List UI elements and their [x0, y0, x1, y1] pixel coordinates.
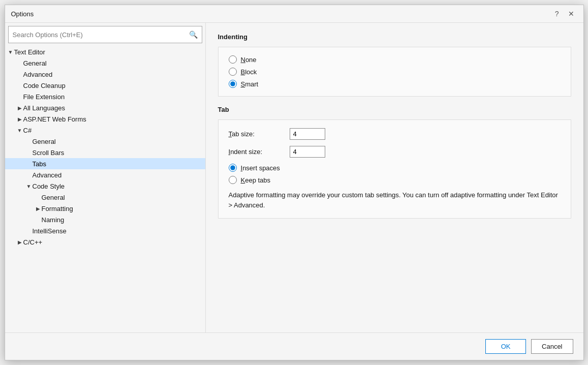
tree-label-cpp: C/C++: [23, 238, 203, 246]
tree-item-tabs[interactable]: Tabs: [5, 158, 205, 169]
tree-item-csharp[interactable]: ▼C#: [5, 125, 205, 136]
left-panel: 🔍 ▼Text EditorGeneralAdvancedCode Cleanu…: [5, 23, 206, 332]
tree-label-aspnet-web-forms: ASP.NET Web Forms: [23, 115, 203, 123]
tree-item-formatting[interactable]: ▶Formatting: [5, 203, 205, 214]
search-box-wrap: 🔍: [8, 26, 202, 43]
tree-item-scroll-bars[interactable]: Scroll Bars: [5, 147, 205, 158]
indenting-block-row: Block: [229, 68, 561, 76]
tree-item-advanced-csharp[interactable]: Advanced: [5, 169, 205, 180]
tab-section: Tab size: Indent size: Insert spaces Kee…: [218, 119, 571, 219]
tree-arrow-code-style: ▼: [25, 184, 33, 189]
insert-spaces-radio[interactable]: [229, 164, 237, 172]
ok-button[interactable]: OK: [485, 339, 526, 354]
indenting-block-radio[interactable]: [229, 68, 237, 76]
keep-tabs-radio[interactable]: [229, 176, 237, 184]
indent-size-input[interactable]: [290, 146, 325, 158]
tree-label-csharp: C#: [23, 127, 203, 134]
tab-size-row: Tab size:: [229, 128, 561, 140]
help-button[interactable]: ?: [552, 9, 562, 18]
tab-size-input[interactable]: [290, 128, 325, 140]
insert-spaces-label[interactable]: Insert spaces: [241, 164, 280, 172]
tree-item-general-1[interactable]: General: [5, 57, 205, 69]
right-panel: Indenting None Block Smart: [206, 23, 583, 332]
tree-label-tabs: Tabs: [33, 160, 203, 168]
tree-item-all-languages[interactable]: ▶All Languages: [5, 102, 205, 113]
tree-arrow-text-editor: ▼: [7, 49, 14, 55]
indenting-smart-radio[interactable]: [229, 80, 237, 88]
tree-item-cpp[interactable]: ▶C/C++: [5, 236, 205, 248]
keep-tabs-label[interactable]: Keep tabs: [241, 176, 271, 184]
tree-item-code-cleanup[interactable]: Code Cleanup: [5, 80, 205, 91]
tree-item-file-extension[interactable]: File Extension: [5, 91, 205, 102]
tree-arrow-csharp: ▼: [16, 128, 23, 133]
indenting-none-radio[interactable]: [229, 55, 237, 64]
tree-arrow-aspnet-web-forms: ▶: [16, 116, 23, 122]
tab-size-label: Tab size:: [229, 130, 290, 138]
tree-label-advanced-1: Advanced: [23, 71, 203, 78]
dialog-title: Options: [11, 10, 34, 18]
indent-size-label: Indent size:: [229, 148, 290, 156]
tree-arrow-all-languages: ▶: [16, 105, 23, 111]
tree-label-intellisense: IntelliSense: [33, 227, 203, 235]
tree-item-naming[interactable]: Naming: [5, 214, 205, 225]
tree-label-advanced-csharp: Advanced: [33, 171, 203, 179]
tree-label-code-style: Code Style: [33, 182, 203, 190]
tree-label-formatting: Formatting: [42, 205, 203, 212]
tree-label-file-extension: File Extension: [23, 93, 203, 101]
cancel-button[interactable]: Cancel: [531, 339, 573, 354]
indenting-smart-row: Smart: [229, 80, 561, 88]
adaptive-note: Adaptive formatting may override your cu…: [229, 190, 561, 210]
indenting-title: Indenting: [218, 33, 571, 41]
close-button[interactable]: ✕: [565, 9, 577, 18]
indenting-smart-label[interactable]: Smart: [241, 80, 259, 88]
options-dialog: Options ? ✕ 🔍 ▼Text EditorGeneralAdvance…: [5, 5, 584, 360]
dialog-body: 🔍 ▼Text EditorGeneralAdvancedCode Cleanu…: [5, 23, 583, 332]
indenting-section: None Block Smart: [218, 47, 571, 97]
tree-label-text-editor: Text Editor: [14, 48, 203, 56]
indenting-none-label[interactable]: None: [241, 56, 257, 64]
tree-label-all-languages: All Languages: [23, 104, 203, 112]
search-icon: 🔍: [189, 31, 198, 39]
tree-item-advanced-1[interactable]: Advanced: [5, 69, 205, 80]
tree-item-general-csharp[interactable]: General: [5, 136, 205, 147]
dialog-footer: OK Cancel: [5, 332, 583, 360]
title-bar: Options ? ✕: [5, 5, 583, 23]
tree-label-naming: Naming: [42, 216, 203, 224]
tree-label-general-1: General: [23, 59, 203, 67]
indenting-radio-group: None Block Smart: [229, 55, 561, 88]
tree-label-general-code-style: General: [42, 194, 203, 201]
tree-item-intellisense[interactable]: IntelliSense: [5, 225, 205, 236]
keep-tabs-row: Keep tabs: [229, 176, 561, 184]
tree-item-text-editor[interactable]: ▼Text Editor: [5, 46, 205, 57]
tree-container[interactable]: ▼Text EditorGeneralAdvancedCode CleanupF…: [5, 46, 205, 332]
tree-label-general-csharp: General: [33, 138, 203, 145]
indenting-block-label[interactable]: Block: [241, 68, 257, 76]
tab-title: Tab: [218, 106, 571, 113]
spacing-radio-group: Insert spaces Keep tabs: [229, 164, 561, 184]
indenting-none-row: None: [229, 55, 561, 64]
search-input[interactable]: [13, 31, 189, 39]
tree-item-code-style[interactable]: ▼Code Style: [5, 180, 205, 192]
title-bar-buttons: ? ✕: [552, 9, 577, 18]
tree-label-scroll-bars: Scroll Bars: [33, 149, 203, 157]
insert-spaces-row: Insert spaces: [229, 164, 561, 172]
indent-size-row: Indent size:: [229, 146, 561, 158]
tree-item-general-code-style[interactable]: General: [5, 192, 205, 203]
tree-item-aspnet-web-forms[interactable]: ▶ASP.NET Web Forms: [5, 113, 205, 125]
tree-arrow-cpp: ▶: [16, 239, 23, 245]
tree-label-code-cleanup: Code Cleanup: [23, 82, 203, 89]
tree-arrow-formatting: ▶: [35, 206, 42, 211]
